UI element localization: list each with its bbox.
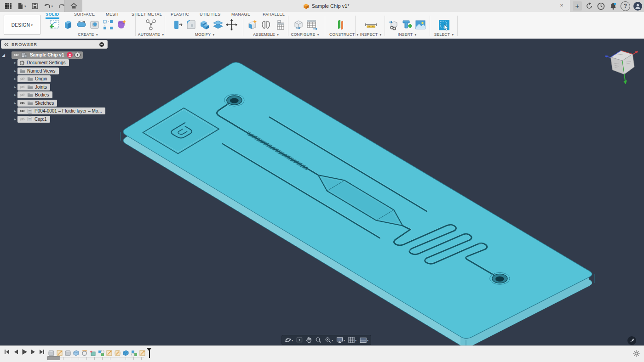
step-back-icon[interactable] — [12, 349, 19, 355]
joint-icon[interactable] — [260, 19, 272, 31]
expand-triangle-icon[interactable]: ◢ — [2, 53, 7, 57]
automate-icon[interactable] — [145, 19, 157, 31]
expand-caret-icon[interactable]: ▸ — [13, 109, 17, 113]
browser-root-row[interactable]: ◢ Sample Chip v1 — [1, 51, 108, 59]
notifications-bell-icon[interactable] — [609, 2, 617, 11]
fit-icon[interactable]: ▾ — [325, 337, 333, 343]
fillet-icon[interactable] — [185, 19, 198, 31]
eye-off-icon[interactable] — [19, 93, 25, 97]
close-tab-icon[interactable]: × — [558, 2, 565, 9]
look-at-icon[interactable] — [296, 337, 303, 343]
eye-off-icon[interactable] — [19, 77, 25, 81]
inspect-menu[interactable]: INSPECT ▾ — [360, 32, 382, 37]
home-tab[interactable] — [64, 0, 83, 12]
display-settings-icon[interactable]: ▾ — [336, 337, 345, 343]
browser-row-sketches[interactable]: ▸ Sketches — [1, 99, 108, 107]
browser-row-joints[interactable]: ▸ Joints — [1, 83, 108, 91]
profile-avatar[interactable] — [633, 2, 642, 11]
play-icon[interactable] — [21, 349, 28, 355]
browser-row-document-settings[interactable]: ▸ Document Settings — [1, 59, 108, 67]
expand-caret-icon[interactable]: ▸ — [13, 117, 17, 121]
feature-pattern-icon[interactable] — [97, 349, 104, 356]
document-tab[interactable]: Sample Chip v1* × — [82, 0, 570, 12]
expand-caret-icon[interactable]: ▸ — [13, 101, 17, 105]
app-grid-icon[interactable] — [3, 1, 14, 11]
construct-menu[interactable]: CONSTRUCT ▾ — [329, 32, 351, 37]
timeline-marker[interactable] — [147, 348, 152, 358]
save-icon[interactable] — [30, 1, 40, 11]
select-icon[interactable] — [438, 19, 450, 31]
feature-sketch-icon[interactable] — [114, 349, 121, 356]
design-selector[interactable]: DESIGN▾ — [4, 15, 40, 35]
timeline-zoom-slider[interactable] — [47, 356, 60, 360]
insert-derive-icon[interactable] — [388, 19, 400, 31]
rectangular-pattern-icon[interactable] — [102, 19, 114, 31]
sync-icon[interactable] — [585, 2, 593, 11]
tab-parallel[interactable]: PARALLEL — [263, 12, 285, 17]
tab-sheet-metal[interactable]: SHEET METAL — [132, 12, 162, 17]
configuration-table-icon[interactable] — [305, 19, 318, 31]
revolve-icon[interactable] — [75, 19, 87, 31]
activate-component-radio[interactable] — [75, 52, 80, 58]
dropdown-caret[interactable]: ▾ — [24, 5, 26, 8]
eye-icon[interactable] — [19, 101, 25, 105]
eye-icon[interactable] — [13, 53, 19, 57]
new-tab-button[interactable]: + — [573, 1, 582, 11]
eye-off-icon[interactable] — [19, 117, 25, 121]
expand-caret-icon[interactable]: ▸ — [13, 85, 17, 89]
feature-revolve-icon[interactable] — [80, 349, 88, 356]
feature-component-icon[interactable] — [47, 349, 55, 356]
browser-row-cap[interactable]: ▸ Cap:1 — [1, 115, 108, 124]
timeline-settings-gear-icon[interactable] — [632, 350, 640, 359]
go-to-end-icon[interactable] — [39, 349, 45, 355]
press-pull-icon[interactable] — [172, 19, 184, 31]
configuration-icon[interactable] — [292, 19, 305, 31]
orbit-icon[interactable]: ▾ — [284, 337, 293, 344]
feature-component-icon[interactable] — [64, 349, 71, 356]
eye-off-icon[interactable] — [19, 85, 25, 89]
feature-sketch-icon[interactable] — [105, 349, 113, 356]
viewports-icon[interactable]: ▾ — [360, 337, 368, 343]
grid-settings-icon[interactable]: ▾ — [348, 337, 356, 343]
status-badge-icon[interactable] — [627, 336, 636, 345]
tab-surface[interactable]: SURFACE — [74, 12, 95, 17]
collaborator-badge-icon[interactable] — [67, 52, 73, 58]
create-sketch-icon[interactable] — [48, 19, 61, 31]
offset-face-icon[interactable] — [212, 19, 224, 31]
canvas-icon[interactable] — [414, 19, 427, 31]
dropdown-caret[interactable]: ▾ — [52, 5, 53, 8]
measure-icon[interactable] — [365, 19, 377, 31]
feature-sketch-icon[interactable] — [138, 349, 146, 356]
browser-header[interactable]: BROWSER — [1, 40, 108, 49]
browser-row-named-views[interactable]: ▸ Named Views — [1, 67, 108, 75]
undo-icon[interactable]: ▾ — [42, 1, 55, 11]
insert-mesh-icon[interactable] — [401, 19, 414, 31]
tab-utilities[interactable]: UTILITIES — [200, 12, 221, 17]
eye-icon[interactable] — [19, 109, 25, 113]
tab-plastic[interactable]: PLASTIC — [171, 12, 189, 17]
feature-sketch-icon[interactable] — [56, 349, 63, 356]
feature-extrude-icon[interactable] — [122, 349, 129, 356]
hole-icon[interactable] — [88, 19, 101, 31]
create-menu[interactable]: CREATE ▾ — [45, 32, 131, 37]
expand-caret-icon[interactable]: ▸ — [13, 93, 17, 97]
assemble-menu[interactable]: ASSEMBLE ▾ — [246, 32, 286, 37]
create-form-icon[interactable] — [115, 19, 127, 31]
pan-hand-icon[interactable] — [306, 337, 312, 343]
expand-caret-icon[interactable]: ▸ — [13, 61, 17, 65]
tab-manage[interactable]: MANAGE — [231, 12, 250, 17]
collapse-all-icon[interactable] — [99, 42, 104, 47]
new-component-icon[interactable] — [247, 19, 259, 31]
construction-plane-icon[interactable] — [334, 19, 347, 31]
view-cube[interactable] — [602, 44, 644, 86]
combine-icon[interactable] — [199, 19, 211, 31]
job-status-icon[interactable] — [597, 2, 605, 11]
timeline-track[interactable] — [47, 357, 144, 360]
step-forward-icon[interactable] — [30, 349, 36, 355]
configure-menu[interactable]: CONFIGURE ▾ — [291, 32, 319, 37]
help-icon[interactable]: ? — [621, 1, 630, 11]
extrude-icon[interactable] — [62, 19, 74, 31]
automate-menu[interactable]: AUTOMATE ▾ — [138, 32, 164, 37]
expand-caret-icon[interactable]: ▸ — [13, 69, 17, 73]
insert-menu[interactable]: INSERT ▾ — [387, 32, 427, 37]
